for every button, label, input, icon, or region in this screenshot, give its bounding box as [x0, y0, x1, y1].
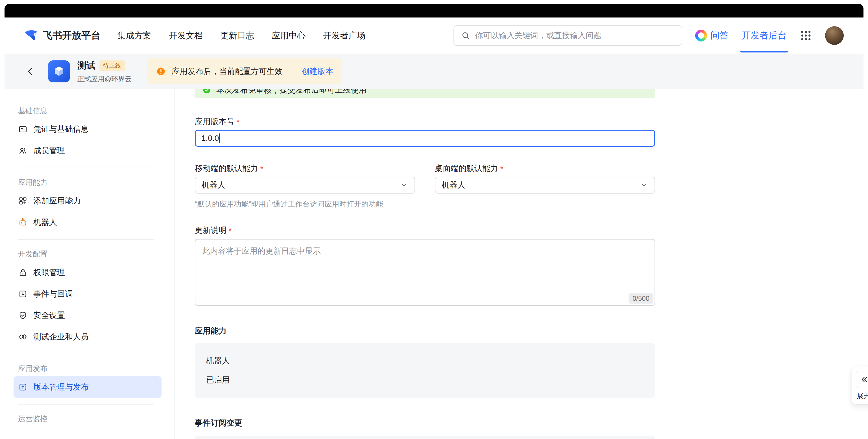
topnav-right: 问答 开发者后台 [695, 26, 844, 45]
user-avatar[interactable] [825, 26, 844, 45]
sidebar-item-test-org[interactable]: 测试企业和人员 [13, 326, 161, 347]
nav-item-docs[interactable]: 开发文档 [169, 30, 203, 41]
body-row: 基础信息 凭证与基础信息 成员管理 应用能力 [4, 89, 864, 439]
security-icon [18, 311, 28, 320]
search-icon [461, 31, 470, 40]
search-input[interactable]: 你可以输入关键词，或直接输入问题 [454, 25, 682, 46]
events-panel [195, 436, 655, 439]
alert-text: 应用发布后，当前配置方可生效 [172, 66, 282, 77]
feishu-logo[interactable]: 飞书开放平台 [24, 29, 100, 43]
sidebar-item-label: 权限管理 [33, 267, 65, 278]
double-chevron-left-icon [860, 375, 868, 384]
notes-label: 更新说明 * [195, 226, 655, 235]
nav-item-dev-plaza[interactable]: 开发者广场 [323, 30, 365, 41]
page: 飞书开放平台 集成方案 开发文档 更新日志 应用中心 开发者广场 你可以输入关键… [0, 0, 868, 439]
char-counter: 0/500 [628, 294, 653, 304]
permission-icon [18, 268, 28, 277]
back-icon[interactable] [24, 65, 36, 77]
sidebar-item-permissions[interactable]: 权限管理 [13, 262, 161, 283]
nav-item-changelog[interactable]: 更新日志 [220, 30, 254, 41]
sidebar-section-release: 应用发布 [18, 361, 161, 376]
sidebar-item-label: 测试企业和人员 [33, 332, 89, 342]
app-icon [48, 60, 70, 82]
sidebar-item-label: 添加应用能力 [33, 196, 81, 206]
app-subtitle: 正式应用@环界云 [78, 74, 132, 83]
capability-panel: 机器人 已启用 [195, 343, 655, 398]
check-circle-icon [202, 89, 211, 95]
sidebar-divider [18, 354, 154, 354]
version-label: 应用版本号 * [195, 117, 655, 126]
expand-panel-toggle[interactable]: 展开 [851, 367, 868, 405]
sidebar-item-version-release[interactable]: 版本管理与发布 [13, 376, 161, 398]
sidebar-item-members[interactable]: 成员管理 [13, 140, 161, 161]
sidebar-item-label: 凭证与基础信息 [33, 124, 89, 135]
release-alert-banner: 应用发布后，当前配置方可生效 创建版本 [147, 58, 342, 85]
sidebar-divider [18, 239, 154, 240]
sidebar-divider [18, 168, 154, 168]
version-value: 1.0.0 [201, 134, 219, 143]
version-input[interactable]: 1.0.0 [195, 130, 655, 147]
main-content: 本次发布免审核，提交发布后即可上线使用 应用版本号 * 1.0.0 [175, 89, 864, 439]
nav-item-integration[interactable]: 集成方案 [118, 30, 151, 41]
capability-name: 机器人 [206, 356, 644, 366]
sidebar-item-credentials[interactable]: 凭证与基础信息 [13, 119, 161, 140]
sidebar-item-bot[interactable]: 机器人 [13, 212, 161, 233]
sidebar-section-dev-config: 开发配置 [18, 246, 161, 262]
primary-nav: 集成方案 开发文档 更新日志 应用中心 开发者广场 [118, 30, 365, 41]
notes-wrapper: 0/500 [195, 239, 655, 306]
capability-status: 已启用 [206, 375, 644, 385]
cube-icon [52, 64, 66, 78]
events-section-title: 事件订阅变更 [195, 417, 655, 428]
sidebar-item-events[interactable]: 事件与回调 [13, 283, 161, 305]
sidebar-item-label: 版本管理与发布 [33, 382, 89, 393]
apps-grid-icon[interactable] [800, 29, 812, 42]
app-header-bar: 测试 待上线 正式应用@环界云 应用发布后，当前配置方可生效 创建版本 [4, 54, 864, 89]
qa-label: 问答 [710, 29, 728, 42]
mobile-capability-label: 移动端的默认能力 * [195, 164, 415, 173]
add-capability-icon [18, 196, 28, 206]
chevron-down-icon [400, 181, 408, 189]
sidebar-item-label: 安全设置 [33, 310, 65, 321]
mobile-capability-value: 机器人 [202, 180, 225, 191]
success-banner: 本次发布免审核，提交发布后即可上线使用 [195, 89, 655, 98]
nav-item-app-center[interactable]: 应用中心 [272, 30, 306, 41]
logo-text: 飞书开放平台 [43, 29, 100, 42]
notes-textarea[interactable] [195, 239, 655, 306]
sidebar-item-label: 事件与回调 [33, 289, 73, 299]
sidebar-item-add-capability[interactable]: 添加应用能力 [13, 190, 161, 212]
nav-developer-console[interactable]: 开发者后台 [742, 29, 787, 42]
required-asterisk: * [237, 117, 240, 127]
mobile-capability-select[interactable]: 机器人 [195, 177, 415, 194]
chevron-down-icon [640, 181, 648, 189]
sidebar-section-capability: 应用能力 [18, 174, 161, 190]
qa-ring-icon [695, 30, 707, 41]
search-placeholder: 你可以输入关键词，或直接输入问题 [475, 30, 601, 41]
browser-window: 飞书开放平台 集成方案 开发文档 更新日志 应用中心 开发者广场 你可以输入关键… [4, 4, 864, 439]
version-release-icon [18, 382, 28, 392]
capability-section-title: 应用能力 [195, 326, 655, 336]
feishu-logo-icon [24, 29, 38, 43]
required-asterisk: * [229, 226, 231, 236]
window-titlebar [4, 4, 864, 18]
sidebar-item-label: 机器人 [33, 217, 57, 228]
success-banner-clip: 本次发布免审核，提交发布后即可上线使用 [195, 89, 655, 98]
desktop-capability-value: 机器人 [442, 180, 465, 191]
required-asterisk: * [500, 164, 503, 174]
create-version-link[interactable]: 创建版本 [302, 66, 333, 77]
warning-icon [156, 66, 166, 76]
sidebar-divider [18, 404, 154, 405]
sidebar: 基础信息 凭证与基础信息 成员管理 应用能力 [4, 89, 174, 439]
capability-selects-row: 移动端的默认能力 * 机器人 [195, 164, 655, 194]
members-icon [18, 146, 28, 156]
desktop-capability-select[interactable]: 机器人 [435, 177, 655, 194]
qa-link[interactable]: 问答 [695, 29, 728, 42]
expand-button[interactable] [856, 371, 868, 388]
sidebar-section-basic: 基础信息 [18, 103, 161, 119]
app-meta: 测试 待上线 正式应用@环界云 [78, 60, 132, 83]
sidebar-item-security[interactable]: 安全设置 [13, 305, 161, 326]
required-asterisk: * [260, 164, 263, 174]
event-callback-icon [18, 289, 28, 299]
top-navigation: 飞书开放平台 集成方案 开发文档 更新日志 应用中心 开发者广场 你可以输入关键… [4, 18, 864, 54]
credential-icon [18, 125, 28, 134]
app-name: 测试 [78, 60, 95, 72]
